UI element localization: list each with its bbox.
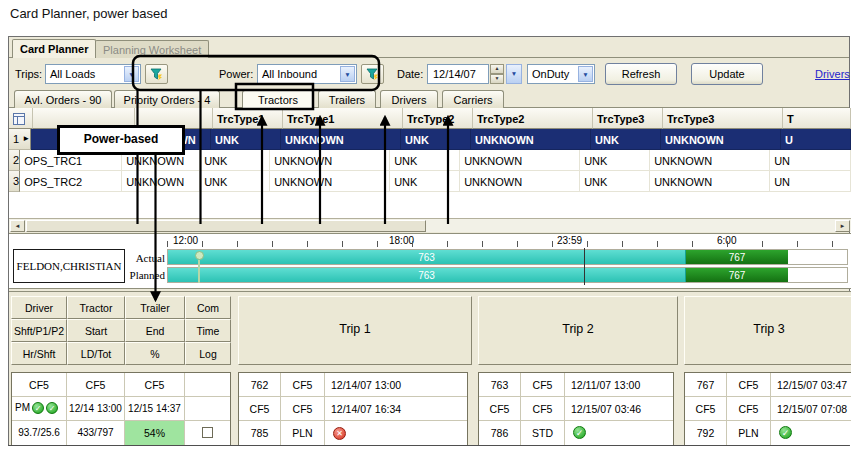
annotation-power-based-label: Power-based	[57, 125, 185, 155]
trip1-card[interactable]: 762 CF5 12/14/07 13:00 CF5 CF5 12/14/07 …	[238, 372, 468, 445]
row-selector[interactable]: 1 ►	[9, 129, 31, 150]
tab-carriers[interactable]: Carriers	[442, 90, 504, 108]
column-header-trctype3[interactable]: TrcType3	[593, 108, 663, 129]
tab-planning-worksheet[interactable]: Planning Worksheet	[95, 40, 209, 58]
tick-label: 6:00	[717, 235, 736, 246]
trip3-card[interactable]: 767 CF5 12/15/07 03:47 CF5 CF5 12/15/07 …	[684, 372, 851, 445]
cell[interactable]: UNKNOWN	[270, 171, 390, 192]
ok-icon: ✓	[46, 402, 58, 414]
cell[interactable]: UNKNOWN	[650, 150, 770, 171]
cell: 12/11/07 13:00	[565, 373, 673, 397]
table-row[interactable]: 3 OPS_TRC2 UNKNOWN UNK UNKNOWN UNK UNKNO…	[9, 171, 851, 192]
cell[interactable]: UNK	[580, 150, 650, 171]
cell: 12/14/07 13:00	[325, 373, 467, 397]
hdr-driver: Driver	[11, 296, 67, 319]
cell: 792	[685, 421, 727, 445]
trip3-header: Trip 3	[684, 296, 851, 365]
cell[interactable]: UNK	[401, 129, 471, 150]
duty-select[interactable]: OnDuty ▼	[527, 64, 595, 84]
update-button[interactable]: Update	[691, 63, 763, 85]
percent-cell: 54%	[125, 421, 185, 445]
cell[interactable]: UNK	[390, 171, 460, 192]
cell: 785	[239, 421, 281, 445]
cell[interactable]: UN	[770, 150, 851, 171]
dropdown-arrow-icon[interactable]: ▼	[578, 66, 593, 82]
date-spinner[interactable]: ▲ ▼	[490, 64, 504, 84]
tab-trailers[interactable]: Trailers	[318, 90, 376, 108]
date-dropdown-arrow-icon[interactable]: ▼	[506, 64, 522, 84]
cell[interactable]: UNKNOWN	[661, 129, 781, 150]
column-header-trctype2[interactable]: TrcType2	[403, 108, 473, 129]
trip-bar-763[interactable]: 763	[168, 268, 686, 282]
hdr-end: End	[125, 319, 185, 342]
cell: CF5	[281, 397, 325, 421]
cell[interactable]: UNKNOWN	[281, 129, 401, 150]
column-header-trctype1[interactable]: TrcType1	[213, 108, 283, 129]
tab-card-planner[interactable]: Card Planner	[12, 39, 96, 58]
cell[interactable]: UNKNOWN	[122, 171, 200, 192]
cell[interactable]: UNKNOWN	[460, 171, 580, 192]
scroll-right-icon[interactable]: ►	[835, 220, 850, 232]
tab-tractors[interactable]: Tractors	[242, 90, 314, 108]
cell[interactable]: UNKNOWN	[471, 129, 591, 150]
cell: CF5	[281, 373, 325, 397]
timeline-marker-icon	[195, 251, 204, 260]
spinner-up-icon[interactable]: ▲	[490, 64, 504, 74]
cell: CF5	[521, 397, 565, 421]
cell[interactable]: UN	[770, 171, 851, 192]
dropdown-arrow-icon[interactable]: ▼	[124, 66, 139, 82]
trips-filter-button[interactable]	[145, 64, 168, 84]
actual-row-label: Actual	[127, 252, 165, 264]
spinner-down-icon[interactable]: ▼	[490, 74, 504, 84]
column-header-trctype1[interactable]: TrcType1	[283, 108, 403, 129]
cell[interactable]: UNKNOWN	[270, 150, 390, 171]
cell[interactable]: OPS_TRC2	[20, 171, 122, 192]
trip-bar-767[interactable]: 767	[686, 250, 788, 264]
status-cell: ✕	[325, 421, 467, 445]
log-checkbox[interactable]	[202, 427, 213, 438]
cell[interactable]: UNK	[591, 129, 661, 150]
grid-corner-button[interactable]	[9, 108, 33, 129]
trip-bar-763[interactable]: 763	[168, 250, 686, 264]
error-icon: ✕	[333, 427, 346, 440]
column-header-trctype2[interactable]: TrcType2	[473, 108, 593, 129]
cell: PLN	[727, 421, 771, 445]
row-selector[interactable]: 2	[9, 150, 20, 171]
card-planner-window: Card Planner Planning Worksheet Trips: A…	[8, 36, 850, 446]
hdr-pct: %	[125, 342, 185, 365]
horizontal-scrollbar[interactable]: ◄ ►	[9, 218, 851, 232]
dropdown-arrow-icon[interactable]: ▼	[340, 66, 355, 82]
cell: CF5	[521, 373, 565, 397]
scrollbar-thumb[interactable]	[26, 220, 426, 232]
driver-card[interactable]: CF5 CF5 CF5 PM ✓ ✓ 12/14 13:00 12/15 14:…	[11, 372, 231, 445]
drivers-link[interactable]: Drivers	[815, 68, 850, 80]
row-selector[interactable]: 3	[9, 171, 20, 192]
cell[interactable]: U	[781, 129, 851, 150]
trips-label: Trips:	[15, 68, 42, 80]
cell[interactable]: UNKNOWN	[650, 171, 770, 192]
status-cell: ✓	[771, 421, 851, 445]
tab-priority-orders[interactable]: Priority Orders - 4	[114, 90, 220, 108]
cell[interactable]: UNKNOWN	[460, 150, 580, 171]
power-filter-button[interactable]	[361, 64, 384, 84]
tab-avl-orders[interactable]: Avl. Orders - 90	[14, 90, 112, 108]
cell[interactable]: UNK	[390, 150, 460, 171]
log-cell	[185, 421, 230, 445]
cell: 762	[239, 373, 281, 397]
cell[interactable]: UNK	[211, 129, 281, 150]
status-cell: ✓	[565, 421, 673, 445]
tab-drivers[interactable]: Drivers	[380, 90, 438, 108]
cell[interactable]: UNK	[200, 171, 270, 192]
cell[interactable]: UNK	[580, 171, 650, 192]
cell[interactable]: UNK	[200, 150, 270, 171]
date-field[interactable]: 12/14/07	[427, 64, 489, 84]
trip2-card[interactable]: 763 CF5 12/11/07 13:00 CF5 CF5 12/15/07 …	[478, 372, 674, 445]
trip-bar-767[interactable]: 767	[686, 268, 788, 282]
trips-select[interactable]: All Loads ▼	[45, 64, 141, 84]
scroll-left-icon[interactable]: ◄	[10, 220, 25, 232]
column-header-trctype3[interactable]: TrcType3	[663, 108, 783, 129]
power-select[interactable]: All Inbound ▼	[257, 64, 357, 84]
column-header[interactable]: T	[783, 108, 851, 129]
driver-name-box: FELDON,CHRISTIAN	[13, 249, 125, 283]
refresh-button[interactable]: Refresh	[605, 63, 677, 85]
